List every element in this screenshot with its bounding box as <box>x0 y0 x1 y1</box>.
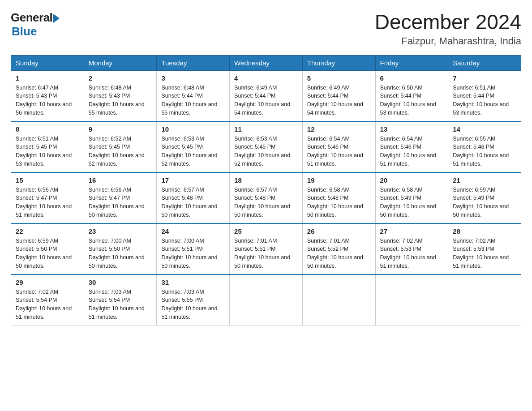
day-info: Sunrise: 6:53 AMSunset: 5:45 PMDaylight:… <box>161 136 217 167</box>
calendar-day-cell: 31 Sunrise: 7:03 AMSunset: 5:55 PMDaylig… <box>157 274 230 325</box>
day-number: 27 <box>380 227 444 235</box>
day-info: Sunrise: 6:49 AMSunset: 5:44 PMDaylight:… <box>307 85 363 116</box>
page-header: General Blue December 2024 Faizpur, Maha… <box>11 11 521 47</box>
day-info: Sunrise: 7:03 AMSunset: 5:55 PMDaylight:… <box>161 289 217 320</box>
calendar-day-cell: 25 Sunrise: 7:01 AMSunset: 5:51 PMDaylig… <box>230 223 303 274</box>
title-block: December 2024 Faizpur, Maharashtra, Indi… <box>375 11 521 47</box>
day-number: 30 <box>89 278 152 286</box>
day-info: Sunrise: 7:00 AMSunset: 5:51 PMDaylight:… <box>161 238 217 269</box>
calendar-week-row: 8 Sunrise: 6:51 AMSunset: 5:45 PMDayligh… <box>11 121 521 172</box>
calendar-day-cell: 22 Sunrise: 6:59 AMSunset: 5:50 PMDaylig… <box>11 223 84 274</box>
calendar-header-row: SundayMondayTuesdayWednesdayThursdayFrid… <box>11 55 521 70</box>
calendar-day-cell: 10 Sunrise: 6:53 AMSunset: 5:45 PMDaylig… <box>157 121 230 172</box>
day-info: Sunrise: 6:52 AMSunset: 5:45 PMDaylight:… <box>89 136 145 167</box>
calendar-table: SundayMondayTuesdayWednesdayThursdayFrid… <box>11 55 521 325</box>
day-number: 20 <box>380 176 444 184</box>
calendar-day-cell: 26 Sunrise: 7:01 AMSunset: 5:52 PMDaylig… <box>302 223 375 274</box>
day-info: Sunrise: 6:53 AMSunset: 5:45 PMDaylight:… <box>234 136 290 167</box>
day-of-week-header: Tuesday <box>157 55 230 70</box>
calendar-day-cell: 15 Sunrise: 6:56 AMSunset: 5:47 PMDaylig… <box>11 172 84 223</box>
calendar-day-cell: 8 Sunrise: 6:51 AMSunset: 5:45 PMDayligh… <box>11 121 84 172</box>
day-number: 7 <box>453 74 516 82</box>
day-number: 3 <box>161 74 225 82</box>
day-info: Sunrise: 7:03 AMSunset: 5:54 PMDaylight:… <box>89 289 145 320</box>
day-info: Sunrise: 6:55 AMSunset: 5:46 PMDaylight:… <box>453 136 509 167</box>
calendar-day-cell: 28 Sunrise: 7:02 AMSunset: 5:53 PMDaylig… <box>448 223 521 274</box>
day-info: Sunrise: 6:48 AMSunset: 5:44 PMDaylight:… <box>161 85 217 116</box>
calendar-day-cell: 16 Sunrise: 6:56 AMSunset: 5:47 PMDaylig… <box>84 172 157 223</box>
day-number: 4 <box>234 74 298 82</box>
day-number: 10 <box>161 125 225 133</box>
day-of-week-header: Monday <box>84 55 157 70</box>
calendar-day-cell: 1 Sunrise: 6:47 AMSunset: 5:43 PMDayligh… <box>11 70 84 121</box>
calendar-day-cell: 30 Sunrise: 7:03 AMSunset: 5:54 PMDaylig… <box>84 274 157 325</box>
calendar-day-cell: 14 Sunrise: 6:55 AMSunset: 5:46 PMDaylig… <box>448 121 521 172</box>
day-number: 18 <box>234 176 298 184</box>
day-of-week-header: Saturday <box>448 55 521 70</box>
day-number: 1 <box>16 74 79 82</box>
day-number: 24 <box>161 227 225 235</box>
day-number: 12 <box>307 125 371 133</box>
calendar-week-row: 29 Sunrise: 7:02 AMSunset: 5:54 PMDaylig… <box>11 274 521 325</box>
calendar-day-cell: 6 Sunrise: 6:50 AMSunset: 5:44 PMDayligh… <box>375 70 448 121</box>
location-title: Faizpur, Maharashtra, India <box>375 35 521 47</box>
day-info: Sunrise: 6:48 AMSunset: 5:43 PMDaylight:… <box>89 85 145 116</box>
day-info: Sunrise: 6:51 AMSunset: 5:44 PMDaylight:… <box>453 85 509 116</box>
day-number: 28 <box>453 227 516 235</box>
day-number: 17 <box>161 176 225 184</box>
logo-blue-text: Blue <box>12 25 37 39</box>
day-number: 29 <box>16 278 79 286</box>
day-info: Sunrise: 6:51 AMSunset: 5:45 PMDaylight:… <box>16 136 72 167</box>
day-of-week-header: Wednesday <box>230 55 303 70</box>
day-number: 5 <box>307 74 371 82</box>
day-info: Sunrise: 6:54 AMSunset: 5:46 PMDaylight:… <box>307 136 363 167</box>
calendar-day-cell: 21 Sunrise: 6:59 AMSunset: 5:49 PMDaylig… <box>448 172 521 223</box>
day-number: 21 <box>453 176 516 184</box>
calendar-day-cell <box>302 274 375 325</box>
day-number: 22 <box>16 227 79 235</box>
day-info: Sunrise: 6:49 AMSunset: 5:44 PMDaylight:… <box>234 85 290 116</box>
day-info: Sunrise: 7:01 AMSunset: 5:51 PMDaylight:… <box>234 238 290 269</box>
calendar-day-cell: 12 Sunrise: 6:54 AMSunset: 5:46 PMDaylig… <box>302 121 375 172</box>
calendar-day-cell: 23 Sunrise: 7:00 AMSunset: 5:50 PMDaylig… <box>84 223 157 274</box>
day-number: 11 <box>234 125 298 133</box>
day-info: Sunrise: 6:57 AMSunset: 5:48 PMDaylight:… <box>161 187 217 218</box>
day-info: Sunrise: 6:58 AMSunset: 5:49 PMDaylight:… <box>380 187 436 218</box>
day-of-week-header: Friday <box>375 55 448 70</box>
day-info: Sunrise: 7:00 AMSunset: 5:50 PMDaylight:… <box>89 238 145 269</box>
logo: General Blue <box>11 11 60 39</box>
day-number: 31 <box>161 278 225 286</box>
day-info: Sunrise: 6:56 AMSunset: 5:47 PMDaylight:… <box>16 187 72 218</box>
day-info: Sunrise: 7:01 AMSunset: 5:52 PMDaylight:… <box>307 238 363 269</box>
day-number: 2 <box>89 74 152 82</box>
day-info: Sunrise: 7:02 AMSunset: 5:54 PMDaylight:… <box>16 289 72 320</box>
month-title: December 2024 <box>375 11 521 34</box>
day-of-week-header: Sunday <box>11 55 84 70</box>
day-number: 6 <box>380 74 444 82</box>
day-number: 26 <box>307 227 371 235</box>
day-number: 8 <box>16 125 79 133</box>
day-of-week-header: Thursday <box>302 55 375 70</box>
calendar-day-cell: 24 Sunrise: 7:00 AMSunset: 5:51 PMDaylig… <box>157 223 230 274</box>
logo-arrow-icon <box>53 14 60 23</box>
day-info: Sunrise: 7:02 AMSunset: 5:53 PMDaylight:… <box>380 238 436 269</box>
day-number: 9 <box>89 125 152 133</box>
day-info: Sunrise: 6:59 AMSunset: 5:49 PMDaylight:… <box>453 187 509 218</box>
day-info: Sunrise: 6:59 AMSunset: 5:50 PMDaylight:… <box>16 238 72 269</box>
day-info: Sunrise: 6:57 AMSunset: 5:48 PMDaylight:… <box>234 187 290 218</box>
calendar-day-cell: 18 Sunrise: 6:57 AMSunset: 5:48 PMDaylig… <box>230 172 303 223</box>
day-number: 19 <box>307 176 371 184</box>
calendar-day-cell: 20 Sunrise: 6:58 AMSunset: 5:49 PMDaylig… <box>375 172 448 223</box>
calendar-day-cell: 4 Sunrise: 6:49 AMSunset: 5:44 PMDayligh… <box>230 70 303 121</box>
day-info: Sunrise: 6:56 AMSunset: 5:47 PMDaylight:… <box>89 187 145 218</box>
day-number: 16 <box>89 176 152 184</box>
logo-general-text: General <box>11 11 52 25</box>
calendar-day-cell: 29 Sunrise: 7:02 AMSunset: 5:54 PMDaylig… <box>11 274 84 325</box>
day-number: 15 <box>16 176 79 184</box>
calendar-day-cell: 19 Sunrise: 6:58 AMSunset: 5:48 PMDaylig… <box>302 172 375 223</box>
calendar-day-cell: 5 Sunrise: 6:49 AMSunset: 5:44 PMDayligh… <box>302 70 375 121</box>
day-number: 23 <box>89 227 152 235</box>
day-info: Sunrise: 7:02 AMSunset: 5:53 PMDaylight:… <box>453 238 509 269</box>
calendar-week-row: 1 Sunrise: 6:47 AMSunset: 5:43 PMDayligh… <box>11 70 521 121</box>
calendar-day-cell: 11 Sunrise: 6:53 AMSunset: 5:45 PMDaylig… <box>230 121 303 172</box>
